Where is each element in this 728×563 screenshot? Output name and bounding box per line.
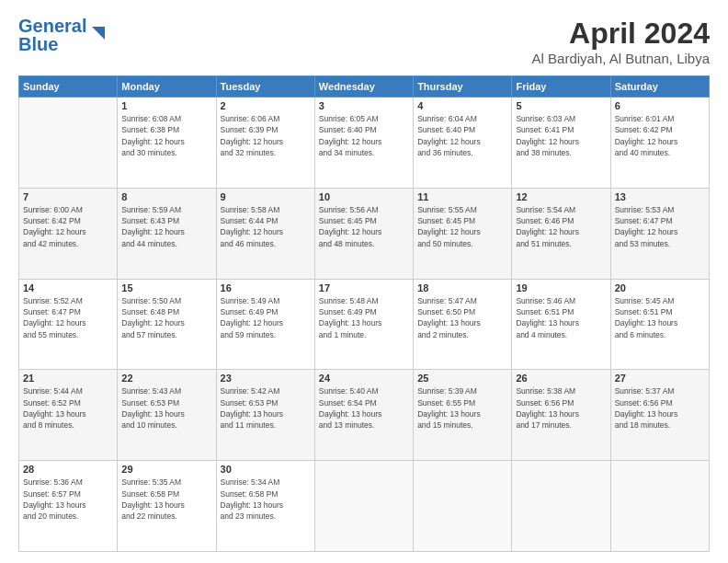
calendar-day-header: Thursday [414,76,512,98]
day-number: 25 [417,373,507,384]
day-info: Sunrise: 6:06 AMSunset: 6:39 PMDaylight:… [221,113,311,158]
day-info: Sunrise: 6:08 AMSunset: 6:38 PMDaylight:… [121,113,211,158]
day-info: Sunrise: 5:48 AMSunset: 6:49 PMDaylight:… [319,295,409,340]
day-info: Sunrise: 6:04 AMSunset: 6:40 PMDaylight:… [417,113,507,158]
calendar-cell: 12Sunrise: 5:54 AMSunset: 6:46 PMDayligh… [512,188,610,279]
day-number: 21 [23,373,113,384]
calendar-cell: 9Sunrise: 5:58 AMSunset: 6:44 PMDaylight… [216,188,314,279]
calendar-cell: 11Sunrise: 5:55 AMSunset: 6:45 PMDayligh… [414,188,512,279]
svg-marker-0 [92,27,105,40]
calendar-cell: 28Sunrise: 5:36 AMSunset: 6:57 PMDayligh… [19,461,118,552]
day-number: 11 [417,191,507,202]
calendar-cell: 5Sunrise: 6:03 AMSunset: 6:41 PMDaylight… [512,98,610,189]
day-info: Sunrise: 6:00 AMSunset: 6:42 PMDaylight:… [23,204,113,249]
day-info: Sunrise: 6:01 AMSunset: 6:42 PMDaylight:… [615,113,705,158]
calendar-day-header: Saturday [610,76,709,98]
day-info: Sunrise: 5:52 AMSunset: 6:47 PMDaylight:… [23,295,113,340]
day-number: 10 [319,191,409,202]
calendar-cell: 17Sunrise: 5:48 AMSunset: 6:49 PMDayligh… [314,279,413,370]
day-info: Sunrise: 5:38 AMSunset: 6:56 PMDaylight:… [516,385,606,431]
logo-text: General Blue [18,17,86,53]
logo-arrow-icon [88,23,108,43]
day-info: Sunrise: 5:53 AMSunset: 6:47 PMDaylight:… [615,204,705,249]
logo: General Blue [18,17,108,53]
page-subtitle: Al Bardiyah, Al Butnan, Libya [532,51,710,66]
day-number: 7 [23,191,113,202]
day-info: Sunrise: 5:47 AMSunset: 6:50 PMDaylight:… [417,295,507,340]
day-number: 24 [319,373,409,384]
calendar-day-header: Tuesday [216,76,314,98]
day-number: 18 [417,282,507,293]
day-info: Sunrise: 5:45 AMSunset: 6:51 PMDaylight:… [615,295,705,340]
day-number: 1 [121,100,211,111]
day-number: 8 [121,191,211,202]
day-number: 26 [516,373,606,384]
calendar-day-header: Monday [118,76,216,98]
calendar-cell: 24Sunrise: 5:40 AMSunset: 6:54 PMDayligh… [314,370,413,461]
calendar-cell: 29Sunrise: 5:35 AMSunset: 6:58 PMDayligh… [118,461,216,552]
calendar-cell [512,461,610,552]
day-info: Sunrise: 5:50 AMSunset: 6:48 PMDaylight:… [121,295,211,340]
day-number: 15 [121,282,211,293]
page-title: April 2024 [532,17,710,51]
calendar-cell: 27Sunrise: 5:37 AMSunset: 6:56 PMDayligh… [610,370,709,461]
calendar-week-row: 1Sunrise: 6:08 AMSunset: 6:38 PMDaylight… [19,98,710,189]
calendar-cell: 3Sunrise: 6:05 AMSunset: 6:40 PMDaylight… [314,98,413,189]
calendar-cell: 4Sunrise: 6:04 AMSunset: 6:40 PMDaylight… [414,98,512,189]
calendar-cell: 6Sunrise: 6:01 AMSunset: 6:42 PMDaylight… [610,98,709,189]
day-info: Sunrise: 5:39 AMSunset: 6:55 PMDaylight:… [417,385,507,431]
day-info: Sunrise: 5:59 AMSunset: 6:43 PMDaylight:… [121,204,211,249]
day-number: 13 [615,191,705,202]
day-number: 19 [516,282,606,293]
title-block: April 2024 Al Bardiyah, Al Butnan, Libya [532,17,710,66]
day-info: Sunrise: 5:58 AMSunset: 6:44 PMDaylight:… [221,204,311,249]
day-number: 28 [23,464,113,475]
day-info: Sunrise: 5:46 AMSunset: 6:51 PMDaylight:… [516,295,606,340]
calendar-week-row: 28Sunrise: 5:36 AMSunset: 6:57 PMDayligh… [19,461,710,552]
calendar-cell: 23Sunrise: 5:42 AMSunset: 6:53 PMDayligh… [216,370,314,461]
day-number: 5 [516,100,606,111]
day-info: Sunrise: 5:49 AMSunset: 6:49 PMDaylight:… [221,295,311,340]
day-info: Sunrise: 5:55 AMSunset: 6:45 PMDaylight:… [417,204,507,249]
calendar-week-row: 21Sunrise: 5:44 AMSunset: 6:52 PMDayligh… [19,370,710,461]
day-number: 23 [221,373,311,384]
day-info: Sunrise: 5:36 AMSunset: 6:57 PMDaylight:… [23,477,113,522]
calendar-cell: 13Sunrise: 5:53 AMSunset: 6:47 PMDayligh… [610,188,709,279]
calendar-cell: 8Sunrise: 5:59 AMSunset: 6:43 PMDaylight… [118,188,216,279]
calendar-cell [414,461,512,552]
day-number: 20 [615,282,705,293]
day-info: Sunrise: 5:44 AMSunset: 6:52 PMDaylight:… [23,385,113,431]
calendar-cell: 20Sunrise: 5:45 AMSunset: 6:51 PMDayligh… [610,279,709,370]
calendar-cell: 7Sunrise: 6:00 AMSunset: 6:42 PMDaylight… [19,188,118,279]
page: General Blue April 2024 Al Bardiyah, Al … [0,0,728,563]
day-info: Sunrise: 6:05 AMSunset: 6:40 PMDaylight:… [319,113,409,158]
calendar-day-header: Wednesday [314,76,413,98]
calendar-cell [19,98,118,189]
calendar-day-header: Sunday [19,76,118,98]
day-number: 30 [221,464,311,475]
day-number: 14 [23,282,113,293]
day-number: 3 [319,100,409,111]
day-number: 12 [516,191,606,202]
day-number: 17 [319,282,409,293]
header: General Blue April 2024 Al Bardiyah, Al … [18,17,710,66]
day-info: Sunrise: 5:43 AMSunset: 6:53 PMDaylight:… [121,385,211,431]
calendar-table: SundayMondayTuesdayWednesdayThursdayFrid… [18,75,710,552]
calendar-cell [314,461,413,552]
day-number: 29 [121,464,211,475]
calendar-cell: 15Sunrise: 5:50 AMSunset: 6:48 PMDayligh… [118,279,216,370]
day-number: 2 [221,100,311,111]
day-info: Sunrise: 5:40 AMSunset: 6:54 PMDaylight:… [319,385,409,431]
day-info: Sunrise: 5:54 AMSunset: 6:46 PMDaylight:… [516,204,606,249]
day-info: Sunrise: 5:37 AMSunset: 6:56 PMDaylight:… [615,385,705,431]
calendar-cell: 14Sunrise: 5:52 AMSunset: 6:47 PMDayligh… [19,279,118,370]
day-info: Sunrise: 5:42 AMSunset: 6:53 PMDaylight:… [221,385,311,431]
calendar-cell: 19Sunrise: 5:46 AMSunset: 6:51 PMDayligh… [512,279,610,370]
day-info: Sunrise: 5:34 AMSunset: 6:58 PMDaylight:… [221,477,311,522]
day-number: 27 [615,373,705,384]
day-info: Sunrise: 5:35 AMSunset: 6:58 PMDaylight:… [121,477,211,522]
day-number: 6 [615,100,705,111]
day-number: 16 [221,282,311,293]
day-number: 22 [121,373,211,384]
day-info: Sunrise: 5:56 AMSunset: 6:45 PMDaylight:… [319,204,409,249]
